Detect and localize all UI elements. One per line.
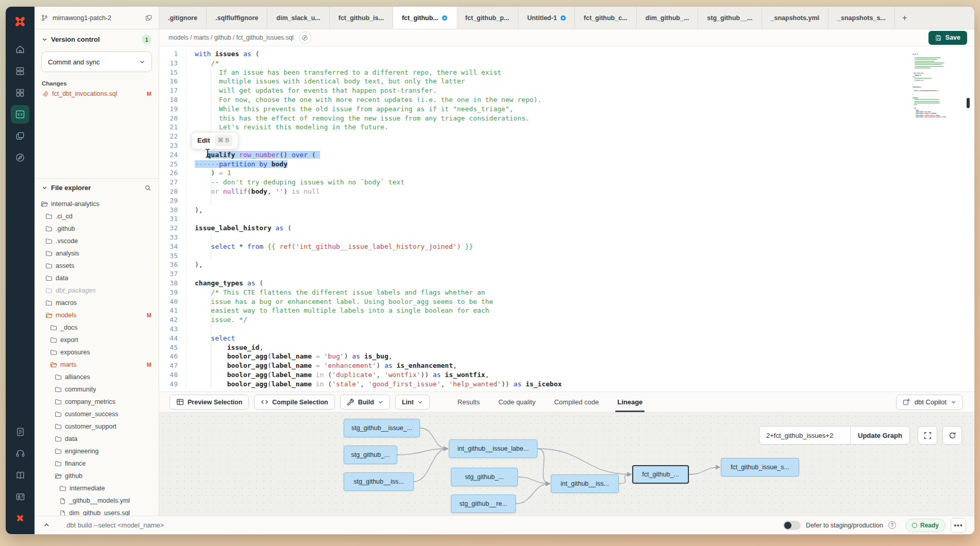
file-tree-item-.ci_cd[interactable]: .ci_cd xyxy=(35,210,159,223)
lineage-node-int_github__iss-[interactable]: int_github__iss... xyxy=(551,474,619,493)
minimap[interactable] xyxy=(913,50,957,115)
search-icon[interactable] xyxy=(144,184,151,192)
lineage-node-stg_github__issue_-[interactable]: stg_github__issue_... xyxy=(344,419,420,437)
code-line-content[interactable]: Let's revisit this modeling in the futur… xyxy=(186,123,974,132)
editor-tab-dim_github_-[interactable]: dim_github_... xyxy=(637,7,699,29)
windows-icon[interactable] xyxy=(11,127,29,145)
code-line-content[interactable]: this has the effect of removing the new … xyxy=(186,114,974,123)
preview-selection-button[interactable]: Preview Selection xyxy=(170,395,249,410)
code-line-content[interactable]: ), xyxy=(186,260,974,269)
code-line-content[interactable] xyxy=(186,269,974,279)
command-input[interactable]: dbt build --select <model_name> xyxy=(66,521,164,529)
code-line-content[interactable]: multiple issues with identical body text… xyxy=(186,77,974,86)
lineage-node-int_github__issue_labe-[interactable]: int_github__issue_labe... xyxy=(449,439,537,458)
code-line-content[interactable]: boolor_agg(label_name in ('stale', 'good… xyxy=(186,380,974,389)
compass-icon[interactable] xyxy=(299,31,311,44)
editor-tab--sqlfluffignore[interactable]: .sqlfluffignore xyxy=(207,7,267,29)
editor-tab-fct_github_c-[interactable]: fct_github_c... xyxy=(575,7,637,29)
contact-card-icon[interactable] xyxy=(11,487,29,506)
editor-tab-stg_github__-[interactable]: stg_github__... xyxy=(698,7,762,29)
file-tree-item-assets[interactable]: assets xyxy=(35,260,159,272)
code-line-content[interactable]: If an issue has been transferred to a di… xyxy=(186,68,974,77)
editor-tab-fct_github_is-[interactable]: fct_github_is... xyxy=(330,7,393,29)
notebook-icon[interactable] xyxy=(11,422,29,441)
code-line-content[interactable]: boolor_agg(label_name = 'enhancement') a… xyxy=(186,361,974,370)
code-line-content[interactable]: qualify row_number() over ( xyxy=(186,150,974,160)
code-line-content[interactable]: While this prevents the old issue from a… xyxy=(186,105,974,114)
file-tree-item-data[interactable]: data xyxy=(35,272,159,284)
code-line-content[interactable]: with issues as ( xyxy=(186,49,974,59)
fullscreen-icon[interactable] xyxy=(918,426,937,445)
code-line-content[interactable]: select * from {{ ref('int_github__issue_… xyxy=(186,242,974,251)
lint-button[interactable]: Lint xyxy=(395,395,430,410)
edit-popup[interactable]: Edit ⌘ B xyxy=(191,132,239,149)
code-line-content[interactable]: issue has a bug or enhancement label. Us… xyxy=(186,297,974,306)
editor-tab-fct_github_p-[interactable]: fct_github_p... xyxy=(457,7,518,29)
editor-tab--gitignore[interactable]: .gitignore xyxy=(159,7,207,29)
warehouse-icon[interactable] xyxy=(11,62,29,80)
file-tree-item-models[interactable]: modelsM xyxy=(35,309,159,321)
file-tree-item-_docs[interactable]: _docs xyxy=(35,321,159,334)
code-line-content[interactable]: ······partition by body xyxy=(186,160,974,169)
file-tree-item-_github__models.yml[interactable]: _github__models.yml xyxy=(35,494,159,507)
code-line-content[interactable] xyxy=(186,141,974,150)
commit-and-sync-dropdown[interactable]: Commit and sync xyxy=(41,52,152,72)
version-control-header[interactable]: Version control 1 xyxy=(35,29,159,47)
save-button[interactable]: Save xyxy=(928,31,967,45)
help-icon[interactable]: ? xyxy=(888,521,896,529)
file-tree-item-dim_github_users.sql[interactable]: dim_github_users.sql xyxy=(35,507,159,516)
scrollbar-thumb[interactable] xyxy=(967,98,970,108)
code-line-content[interactable]: boolor_agg(label_name = 'bug') as is_bug… xyxy=(186,352,974,361)
lineage-selector-input[interactable]: 2+fct_github_issues+2 xyxy=(759,426,850,444)
lineage-node-stg_github__re-[interactable]: stg_github__re... xyxy=(451,494,516,513)
file-tree-item-intermediate[interactable]: intermediate xyxy=(35,482,159,494)
file-tree-item-exposures[interactable]: exposures xyxy=(35,346,159,359)
code-line-content[interactable] xyxy=(186,251,974,261)
apps-grid-icon[interactable] xyxy=(11,83,29,102)
lineage-node-stg_github_-[interactable]: stg_github_... xyxy=(451,468,518,486)
editor-tab-fct_github-[interactable]: fct_github... xyxy=(393,7,457,29)
code-line-content[interactable]: issue. */ xyxy=(186,315,974,325)
code-line-content[interactable] xyxy=(186,325,974,334)
file-tree-item-macros[interactable]: macros xyxy=(35,297,159,309)
lineage-node-fct_github_-[interactable]: fct_github_... xyxy=(632,465,689,484)
new-tab-button[interactable]: + xyxy=(895,7,915,29)
panel-tab-lineage[interactable]: Lineage xyxy=(617,392,643,412)
file-tree-item-analysis[interactable]: analysis xyxy=(35,247,159,260)
file-tree-item-finance[interactable]: finance xyxy=(35,457,159,470)
code-line-content[interactable]: /* This CTE flattens the different issue… xyxy=(186,288,974,297)
code-line-content[interactable]: easiest way to flatten multiple labels i… xyxy=(186,306,974,315)
docs-book-icon[interactable] xyxy=(11,466,29,484)
compile-selection-button[interactable]: Compile Selection xyxy=(254,395,334,410)
code-line-content[interactable]: issue_label_history as ( xyxy=(186,224,974,233)
expand-command-bar-icon[interactable] xyxy=(40,519,53,532)
code-line-content[interactable]: will get updates for events that happen … xyxy=(186,86,974,95)
support-headset-icon[interactable] xyxy=(11,444,29,463)
changed-file-row[interactable]: fct_dbt_invocations.sql M xyxy=(35,89,159,99)
file-explorer-header[interactable]: File explorer xyxy=(35,179,159,195)
dbt-copilot-button[interactable]: dbt Copilot xyxy=(896,395,963,410)
file-tree-item-marts[interactable]: martsM xyxy=(35,359,159,371)
file-tree-item-dbt_packages[interactable]: dbt_packages xyxy=(35,284,159,297)
file-tree-item-customer_success[interactable]: customer_success xyxy=(35,408,159,420)
file-tree-item-community[interactable]: community xyxy=(35,383,159,396)
code-line-content[interactable]: or nullif(body, '') is null xyxy=(186,187,974,196)
code-line-content[interactable]: /* xyxy=(186,59,974,68)
more-options-icon[interactable]: ••• xyxy=(951,518,966,533)
code-line-content[interactable]: select xyxy=(186,334,974,343)
file-tree-item-data[interactable]: data xyxy=(35,433,159,445)
update-graph-button[interactable]: Update Graph xyxy=(850,426,909,444)
file-tree-item-export[interactable]: export xyxy=(35,334,159,346)
code-line-content[interactable] xyxy=(186,196,974,206)
branch-bar[interactable]: mirnawong1-patch-2 xyxy=(35,7,159,29)
code-line-content[interactable] xyxy=(186,214,974,224)
defer-toggle[interactable] xyxy=(783,521,801,530)
panel-tab-results[interactable]: Results xyxy=(458,392,480,412)
file-tree-item-company_metrics[interactable]: company_metrics xyxy=(35,396,159,408)
home-icon[interactable] xyxy=(11,40,29,59)
panel-tab-code-quality[interactable]: Code quality xyxy=(498,392,535,412)
file-tree-item-.github[interactable]: .github xyxy=(35,223,159,235)
code-line-content[interactable] xyxy=(186,132,974,141)
file-tree-item-github[interactable]: github xyxy=(35,470,159,482)
explore-compass-icon[interactable] xyxy=(11,148,29,167)
